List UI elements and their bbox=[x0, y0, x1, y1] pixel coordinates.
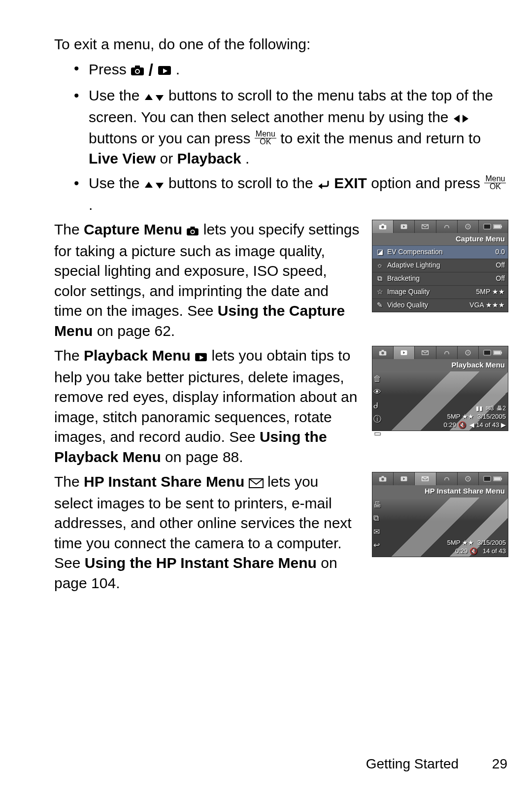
envelope-count: ✉3 bbox=[486, 405, 494, 413]
svg-rect-25 bbox=[484, 224, 491, 229]
share-text: The HP Instant Share Menu lets you selec… bbox=[54, 472, 360, 593]
playback-text: The Playback Menu lets you obtain tips t… bbox=[54, 346, 360, 467]
exit-bullet-2: Use the buttons to scroll to the menu ta… bbox=[74, 86, 507, 168]
text: option and press bbox=[371, 175, 484, 191]
quality-text: 5MP ★★ bbox=[447, 539, 474, 546]
menu-item: ✎Video QualityVGA ★★★ bbox=[372, 299, 508, 312]
status-icons bbox=[479, 220, 508, 233]
menu-item: ⧉BracketingOff bbox=[372, 272, 508, 285]
intro-text: To exit a menu, do one of the following: bbox=[54, 34, 507, 55]
slash: / bbox=[148, 60, 158, 79]
quality-text: 5MP ★★ bbox=[447, 413, 474, 420]
up-down-arrows-icon bbox=[144, 175, 165, 195]
index-text: 14 of 43 bbox=[483, 547, 506, 555]
camera-icon bbox=[131, 61, 144, 81]
svg-rect-54 bbox=[501, 478, 502, 480]
menu-items: ◪EV Compensation0.0 ☼Adaptive LightingOf… bbox=[372, 245, 508, 312]
svg-point-16 bbox=[192, 231, 194, 233]
text: to exit the menus and return to bbox=[280, 130, 481, 146]
page: To exit a menu, do one of the following:… bbox=[0, 0, 532, 798]
time-text: 0:29 bbox=[455, 547, 467, 555]
svg-text:?: ? bbox=[467, 351, 469, 356]
svg-rect-1 bbox=[135, 66, 140, 68]
mountain-image: 🖶 ⧉ ✉ ↩ 5MP ★★ 3/15/2005 0:29 🔇 14 of 43 bbox=[372, 498, 508, 557]
tab-capture bbox=[372, 346, 394, 359]
svg-marker-12 bbox=[318, 183, 322, 189]
svg-rect-18 bbox=[382, 224, 384, 226]
svg-rect-42 bbox=[494, 351, 500, 354]
svg-rect-14 bbox=[191, 227, 195, 229]
advice-icon: ᑯ bbox=[373, 400, 381, 411]
svg-text:?: ? bbox=[467, 225, 469, 230]
battery-small-icon: ▮▮ bbox=[476, 405, 483, 413]
text: buttons to scroll to the bbox=[168, 175, 317, 191]
svg-rect-27 bbox=[501, 226, 502, 228]
tab-bar: ? bbox=[372, 220, 508, 233]
menu-ok-button-icon: MenuOK bbox=[255, 130, 276, 147]
menu-item: ☼Adaptive LightingOff bbox=[372, 259, 508, 272]
menu-item: ☆Image Quality5MP ★★ bbox=[372, 285, 508, 299]
tab-help: ? bbox=[458, 472, 479, 485]
tab-share bbox=[415, 220, 436, 233]
tab-bar: ? bbox=[372, 346, 508, 359]
text: Press bbox=[89, 61, 131, 77]
tab-help: ? bbox=[458, 346, 479, 359]
tab-capture bbox=[372, 220, 394, 233]
tab-capture bbox=[372, 472, 394, 485]
share-menu-title: HP Instant Share Menu bbox=[84, 473, 244, 490]
exit-bullet-1: Press / . bbox=[74, 59, 507, 81]
svg-rect-39 bbox=[484, 350, 491, 355]
svg-rect-32 bbox=[382, 350, 384, 352]
battery-icon bbox=[493, 224, 503, 230]
tab-share bbox=[415, 472, 436, 485]
live-view-bold: Live View bbox=[89, 150, 156, 166]
tab-bar: ? bbox=[372, 472, 508, 485]
battery-icon bbox=[493, 476, 503, 482]
svg-marker-8 bbox=[454, 115, 460, 123]
svg-rect-28 bbox=[494, 225, 500, 228]
time-text: 0:29 bbox=[444, 421, 456, 429]
text: Use the bbox=[89, 175, 144, 191]
svg-rect-55 bbox=[494, 477, 500, 480]
menu-title: Playback Menu bbox=[372, 359, 508, 371]
playback-menu-title: Playback Menu bbox=[84, 347, 191, 364]
camera-icon bbox=[186, 221, 199, 241]
svg-rect-41 bbox=[501, 352, 502, 354]
playback-bold: Playback bbox=[177, 150, 241, 166]
playback-section: The Playback Menu lets you obtain tips t… bbox=[54, 346, 507, 467]
capture-menu-title: Capture Menu bbox=[84, 221, 182, 237]
photo-info: ▮▮ ✉3 🖶2 5MP ★★ 3/15/2005 0:29 🔇 ◀ 14 of… bbox=[444, 405, 506, 429]
play-icon bbox=[195, 347, 207, 367]
exit-bold: EXIT bbox=[334, 175, 367, 191]
menu-title: HP Instant Share Menu bbox=[372, 485, 508, 497]
page-footer: Getting Started 29 bbox=[366, 755, 507, 773]
index-text: ◀ 14 of 43 ▶ bbox=[469, 421, 506, 429]
tab-share bbox=[415, 346, 436, 359]
svg-point-33 bbox=[381, 352, 384, 355]
text: . bbox=[245, 150, 249, 166]
svg-rect-45 bbox=[382, 476, 384, 478]
mountain-image: 🗑 👁 ᑯ ⓘ ▭ ▮▮ ✉3 🖶2 5MP ★★ 3/15/2005 bbox=[372, 371, 508, 431]
up-down-arrows-icon bbox=[144, 87, 165, 107]
tab-playback bbox=[394, 472, 415, 485]
mute-icon: 🔇 bbox=[469, 547, 477, 555]
print-count: 🖶2 bbox=[497, 405, 506, 413]
tab-playback bbox=[394, 346, 415, 359]
section-name: Getting Started bbox=[366, 756, 459, 771]
svg-marker-6 bbox=[145, 94, 153, 100]
tab-help: ? bbox=[458, 220, 479, 233]
sd-icon bbox=[483, 476, 491, 482]
menu-ok-button-icon: MenuOK bbox=[484, 175, 506, 192]
text: buttons or you can press bbox=[89, 130, 255, 146]
svg-marker-10 bbox=[145, 182, 153, 188]
photo-info: 5MP ★★ 3/15/2005 0:29 🔇 14 of 43 bbox=[447, 539, 506, 556]
copies-icon: ⧉ bbox=[373, 513, 381, 524]
battery-icon bbox=[493, 350, 503, 356]
playback-screenshot: ? Playback Menu 🗑 👁 ᑯ ⓘ ▭ bbox=[372, 346, 507, 431]
status-icons bbox=[479, 346, 508, 359]
status-icons bbox=[479, 472, 508, 485]
svg-point-3 bbox=[136, 70, 139, 73]
tab-setup bbox=[436, 472, 458, 485]
mute-icon: 🔇 bbox=[458, 421, 466, 429]
svg-text:?: ? bbox=[467, 477, 469, 482]
